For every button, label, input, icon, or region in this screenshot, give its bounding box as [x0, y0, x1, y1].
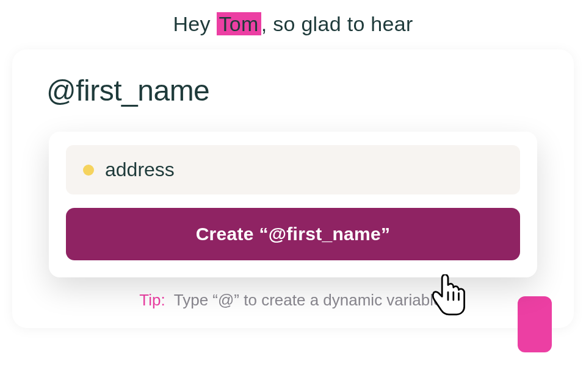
highlighted-name: Tom [217, 12, 261, 35]
tip-label: Tip: [139, 291, 165, 309]
accent-block [518, 296, 552, 352]
option-address[interactable]: address [66, 145, 520, 194]
tip-body: Type “@” to create a dynamic variable. [165, 291, 447, 309]
create-variable-button[interactable]: Create “@first_name” [66, 208, 520, 260]
greeting-before: Hey [173, 12, 216, 35]
greeting-line: Hey Tom, so glad to hear [0, 0, 586, 42]
tip-line: Tip: Type “@” to create a dynamic variab… [43, 291, 543, 310]
main-card: @first_name address Create “@first_name”… [12, 49, 574, 328]
option-label: address [105, 159, 175, 181]
option-dot-icon [83, 165, 94, 176]
greeting-after: , so glad to hear [261, 12, 413, 35]
variable-title: @first_name [46, 74, 543, 107]
variable-dropdown: address Create “@first_name” [49, 132, 537, 277]
